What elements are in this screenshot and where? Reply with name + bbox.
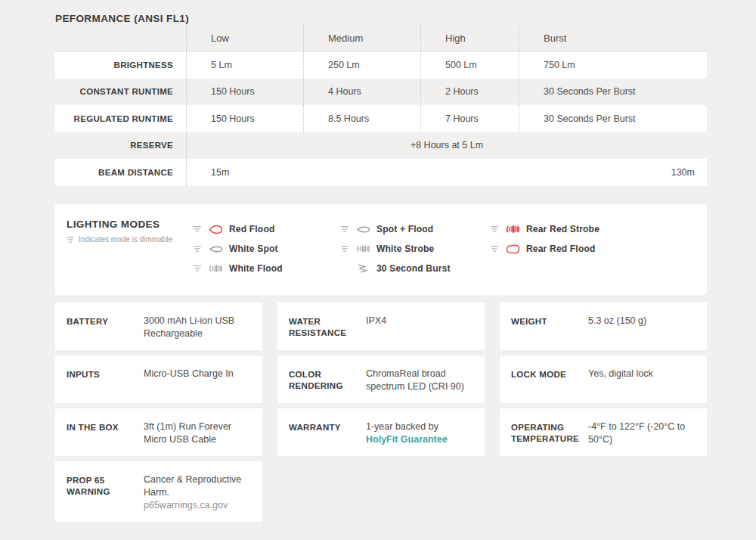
dimmable-note-text: Indicates mode is dimmable <box>79 235 172 244</box>
spec-card: INPUTSMicro-USB Charge In <box>55 355 262 403</box>
lighting-mode-item: White Flood <box>193 262 283 275</box>
spec-card-label: BATTERY <box>67 315 144 340</box>
table-cell: 150 Hours <box>186 105 303 132</box>
lighting-mode-label: White Strobe <box>376 244 434 254</box>
table-cell: 750 Lm <box>519 51 707 79</box>
lighting-mode-label: 30 Second Burst <box>376 263 451 274</box>
strobe-gray-icon <box>209 263 223 274</box>
spec-card-value: 3000 mAh Li-ion USB Rechargeable <box>144 315 252 340</box>
lighting-mode-label: Rear Red Strobe <box>526 224 600 234</box>
dimmable-icon <box>193 265 202 272</box>
table-cell: 5 Lm <box>186 51 303 79</box>
spec-cards-grid: BATTERY3000 mAh Li-ion USB RechargeableW… <box>55 303 707 522</box>
table-row: BEAM DISTANCE15m130m <box>55 159 707 186</box>
table-cell: 30 Seconds Per Burst <box>519 105 707 132</box>
spec-card: PROP 65 WARNINGCancer & Reproductive Har… <box>55 461 262 522</box>
dimmable-icon <box>490 225 499 233</box>
row-label: BRIGHTNESS <box>55 51 186 79</box>
lighting-mode-item: Red Flood <box>193 223 283 235</box>
column-header: Low <box>186 25 303 51</box>
table-cell: 7 Hours <box>420 105 519 132</box>
column-header: Burst <box>519 25 707 51</box>
dimmable-icon <box>193 245 202 253</box>
table-cell-merged: +8 Hours at 5 Lm <box>186 132 707 160</box>
dimmable-icon <box>490 245 499 253</box>
spec-card: OPERATING TEMPERATURE-4°F to 122°F (-20°… <box>500 408 707 456</box>
lighting-mode-label: Spot + Flood <box>376 224 433 234</box>
spec-card: BATTERY3000 mAh Li-ion USB Rechargeable <box>55 303 262 350</box>
lighting-modes-column: Spot + FloodWhite Strobe30 Second Burst <box>340 223 451 275</box>
column-header: Medium <box>303 25 420 51</box>
strobe-red-icon <box>506 224 520 234</box>
lighting-modes-card: LIGHTING MODES Indicates mode is dimmabl… <box>55 204 707 295</box>
table-corner-cell <box>55 25 186 51</box>
spec-card-value: IPX4 <box>366 315 386 340</box>
spec-card-value: ChromaReal broad spectrum LED (CRI 90) <box>366 368 474 393</box>
spec-card-value: 1-year backed byHolyFit Guarantee <box>366 421 448 446</box>
dimmable-icon <box>66 236 75 244</box>
range-max: 130m <box>671 167 695 178</box>
row-label: BEAM DISTANCE <box>55 159 186 186</box>
lighting-mode-item: White Spot <box>193 243 283 255</box>
table-cell: 8.5 Hours <box>303 105 420 132</box>
spec-card: IN THE BOX3ft (1m) Run Forever Micro USB… <box>55 408 262 456</box>
dimmable-note: Indicates mode is dimmable <box>66 235 172 244</box>
spot-gray-icon <box>356 224 370 235</box>
spec-card-value: 3ft (1m) Run Forever Micro USB Cable <box>144 421 252 446</box>
spec-card: WARRANTY1-year backed byHolyFit Guarante… <box>277 408 485 456</box>
lighting-mode-item: White Strobe <box>340 243 451 255</box>
spec-card-value: 5.3 oz (150 g) <box>588 315 646 340</box>
spec-card-label: WATER RESISTANCE <box>289 315 366 340</box>
dimmable-icon <box>193 225 202 233</box>
flood-red-icon <box>209 224 223 235</box>
table-row: BRIGHTNESS5 Lm250 Lm500 Lm750 Lm <box>55 51 707 79</box>
row-label: REGULATED RUNTIME <box>55 105 186 132</box>
spec-card: COLOR RENDERINGChromaReal broad spectrum… <box>277 355 485 403</box>
holyfit-guarantee-link[interactable]: HolyFit Guarantee <box>366 434 448 445</box>
spec-card-label: LOCK MODE <box>511 368 588 393</box>
lighting-mode-item: Rear Red Strobe <box>490 223 600 235</box>
spec-card: LOCK MODEYes, digital lock <box>500 355 707 403</box>
table-cell: 4 Hours <box>303 79 420 106</box>
lighting-mode-item: Spot + Flood <box>340 223 451 235</box>
table-row: CONSTANT RUNTIME150 Hours4 Hours2 Hours3… <box>55 79 707 106</box>
dimmable-icon <box>340 225 349 233</box>
spot-gray-icon <box>209 244 223 255</box>
table-cell-range: 15m130m <box>186 159 707 186</box>
table-header-row: LowMediumHighBurst <box>55 25 707 51</box>
lighting-mode-label: White Flood <box>229 263 283 274</box>
range-min: 15m <box>211 167 229 178</box>
lighting-modes-column: Rear Red StrobeRear Red Flood <box>490 223 600 255</box>
column-header: High <box>420 25 519 51</box>
performance-section-title: PEFORMANCE (ANSI FL1) <box>55 13 189 24</box>
spec-card-value: Yes, digital lock <box>588 368 653 393</box>
spec-card-value: Cancer & Reproductive Harm.p65warnings.c… <box>144 473 252 512</box>
p65-warnings-link[interactable]: p65warnings.ca.gov <box>144 500 228 511</box>
lighting-mode-item: 30 Second Burst <box>340 262 451 275</box>
table-cell: 150 Hours <box>186 79 303 106</box>
row-label: RESERVE <box>55 132 186 160</box>
spec-card-label: COLOR RENDERING <box>289 368 366 393</box>
spec-card: WATER RESISTANCEIPX4 <box>277 303 485 350</box>
table-cell: 2 Hours <box>420 79 519 106</box>
burst-gray-icon <box>358 263 368 274</box>
row-label: CONSTANT RUNTIME <box>55 79 186 106</box>
lighting-mode-item: Rear Red Flood <box>490 243 600 255</box>
spec-card-value: Micro-USB Charge In <box>144 368 234 393</box>
table-cell: 30 Seconds Per Burst <box>519 79 707 106</box>
table-cell: 250 Lm <box>303 51 420 79</box>
lighting-mode-label: White Spot <box>229 244 278 254</box>
spec-card: WEIGHT5.3 oz (150 g) <box>500 303 707 350</box>
spec-card-label: OPERATING TEMPERATURE <box>511 421 588 446</box>
spec-card-label: IN THE BOX <box>67 421 144 446</box>
performance-table: LowMediumHighBurstBRIGHTNESS5 Lm250 Lm50… <box>55 25 707 186</box>
spec-card-label: WEIGHT <box>511 315 588 340</box>
table-row: RESERVE+8 Hours at 5 Lm <box>55 132 707 160</box>
strobe-gray-icon <box>356 244 370 254</box>
spec-card-label: PROP 65 WARNING <box>67 473 144 512</box>
lighting-mode-label: Rear Red Flood <box>526 244 595 254</box>
lighting-modes-column: Red FloodWhite SpotWhite Flood <box>193 223 283 275</box>
dimmable-icon <box>340 245 349 253</box>
spec-card-value: -4°F to 122°F (-20°C to 50°C) <box>588 421 696 446</box>
table-cell: 500 Lm <box>420 51 519 79</box>
